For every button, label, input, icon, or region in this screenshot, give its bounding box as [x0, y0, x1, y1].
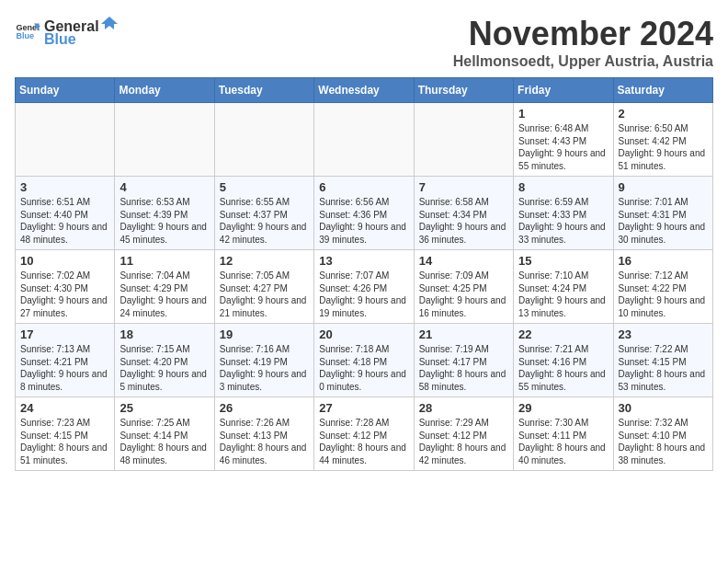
day-info: Sunrise: 6:50 AM Sunset: 4:42 PM Dayligh…: [619, 122, 708, 172]
calendar-cell: 13Sunrise: 7:07 AM Sunset: 4:26 PM Dayli…: [314, 250, 414, 324]
calendar-cell: 28Sunrise: 7:29 AM Sunset: 4:12 PM Dayli…: [414, 397, 513, 471]
day-number: 2: [619, 107, 708, 121]
day-number: 15: [518, 254, 608, 268]
day-info: Sunrise: 7:21 AM Sunset: 4:16 PM Dayligh…: [518, 343, 608, 393]
day-info: Sunrise: 6:56 AM Sunset: 4:36 PM Dayligh…: [319, 196, 408, 246]
calendar-cell: 6Sunrise: 6:56 AM Sunset: 4:36 PM Daylig…: [314, 177, 414, 250]
weekday-header-monday: Monday: [115, 78, 214, 103]
weekday-header-tuesday: Tuesday: [214, 78, 313, 103]
logo-bird-icon: [101, 15, 118, 31]
day-number: 13: [319, 254, 408, 268]
calendar-cell: 12Sunrise: 7:05 AM Sunset: 4:27 PM Dayli…: [214, 250, 313, 324]
calendar-cell: 11Sunrise: 7:04 AM Sunset: 4:29 PM Dayli…: [115, 250, 214, 324]
day-info: Sunrise: 7:16 AM Sunset: 4:19 PM Dayligh…: [220, 343, 309, 393]
day-info: Sunrise: 7:07 AM Sunset: 4:26 PM Dayligh…: [319, 270, 408, 319]
day-number: 8: [518, 180, 608, 194]
day-number: 16: [619, 254, 708, 268]
calendar-cell: 23Sunrise: 7:22 AM Sunset: 4:15 PM Dayli…: [613, 324, 712, 397]
calendar-cell: 14Sunrise: 7:09 AM Sunset: 4:25 PM Dayli…: [414, 250, 513, 324]
day-number: 25: [119, 401, 209, 415]
calendar-week-row: 10Sunrise: 7:02 AM Sunset: 4:30 PM Dayli…: [16, 250, 713, 324]
calendar-cell: 16Sunrise: 7:12 AM Sunset: 4:22 PM Dayli…: [613, 250, 712, 324]
day-info: Sunrise: 7:32 AM Sunset: 4:10 PM Dayligh…: [619, 417, 708, 466]
logo-icon: General Blue: [15, 18, 40, 44]
calendar-cell: [115, 103, 214, 177]
day-info: Sunrise: 7:01 AM Sunset: 4:31 PM Dayligh…: [619, 196, 708, 246]
calendar-week-row: 1Sunrise: 6:48 AM Sunset: 4:43 PM Daylig…: [16, 103, 713, 177]
calendar-cell: [214, 103, 313, 177]
day-info: Sunrise: 7:04 AM Sunset: 4:29 PM Dayligh…: [119, 270, 209, 319]
location-subtitle: Hellmonsoedt, Upper Austria, Austria: [453, 53, 713, 70]
calendar-cell: 7Sunrise: 6:58 AM Sunset: 4:34 PM Daylig…: [414, 177, 513, 250]
header: General Blue General Blue November 2024 …: [15, 15, 713, 70]
calendar-cell: 17Sunrise: 7:13 AM Sunset: 4:21 PM Dayli…: [16, 324, 115, 397]
day-info: Sunrise: 7:29 AM Sunset: 4:12 PM Dayligh…: [419, 417, 508, 466]
day-number: 9: [619, 180, 708, 194]
day-info: Sunrise: 7:26 AM Sunset: 4:13 PM Dayligh…: [220, 417, 309, 466]
day-info: Sunrise: 7:30 AM Sunset: 4:11 PM Dayligh…: [518, 417, 608, 466]
calendar-cell: [16, 103, 115, 177]
weekday-header-wednesday: Wednesday: [314, 78, 414, 103]
svg-text:Blue: Blue: [16, 31, 34, 40]
day-info: Sunrise: 7:28 AM Sunset: 4:12 PM Dayligh…: [319, 417, 408, 466]
calendar-cell: 21Sunrise: 7:19 AM Sunset: 4:17 PM Dayli…: [414, 324, 513, 397]
calendar-cell: 29Sunrise: 7:30 AM Sunset: 4:11 PM Dayli…: [514, 397, 613, 471]
weekday-header-saturday: Saturday: [613, 78, 712, 103]
day-number: 4: [119, 180, 209, 194]
day-number: 24: [20, 401, 109, 415]
day-number: 19: [220, 327, 309, 341]
calendar-cell: 22Sunrise: 7:21 AM Sunset: 4:16 PM Dayli…: [514, 324, 613, 397]
day-number: 18: [119, 327, 209, 341]
day-number: 27: [319, 401, 408, 415]
calendar-cell: 18Sunrise: 7:15 AM Sunset: 4:20 PM Dayli…: [115, 324, 214, 397]
day-number: 11: [119, 254, 209, 268]
calendar-cell: [414, 103, 513, 177]
day-number: 28: [419, 401, 508, 415]
calendar-week-row: 17Sunrise: 7:13 AM Sunset: 4:21 PM Dayli…: [16, 324, 713, 397]
day-number: 12: [220, 254, 309, 268]
day-info: Sunrise: 7:02 AM Sunset: 4:30 PM Dayligh…: [20, 270, 109, 319]
day-info: Sunrise: 6:51 AM Sunset: 4:40 PM Dayligh…: [20, 196, 109, 246]
day-number: 21: [419, 327, 508, 341]
day-info: Sunrise: 7:09 AM Sunset: 4:25 PM Dayligh…: [419, 270, 508, 319]
weekday-header-row: SundayMondayTuesdayWednesdayThursdayFrid…: [16, 78, 713, 103]
calendar-cell: 30Sunrise: 7:32 AM Sunset: 4:10 PM Dayli…: [613, 397, 712, 471]
calendar-cell: 15Sunrise: 7:10 AM Sunset: 4:24 PM Dayli…: [514, 250, 613, 324]
day-number: 10: [20, 254, 109, 268]
day-number: 3: [20, 180, 109, 194]
day-info: Sunrise: 6:59 AM Sunset: 4:33 PM Dayligh…: [518, 196, 608, 246]
day-number: 14: [419, 254, 508, 268]
day-info: Sunrise: 7:25 AM Sunset: 4:14 PM Dayligh…: [119, 417, 209, 466]
day-info: Sunrise: 7:23 AM Sunset: 4:15 PM Dayligh…: [20, 417, 109, 466]
calendar-cell: 2Sunrise: 6:50 AM Sunset: 4:42 PM Daylig…: [613, 103, 712, 177]
day-info: Sunrise: 7:15 AM Sunset: 4:20 PM Dayligh…: [119, 343, 209, 393]
calendar-week-row: 24Sunrise: 7:23 AM Sunset: 4:15 PM Dayli…: [16, 397, 713, 471]
calendar-cell: 19Sunrise: 7:16 AM Sunset: 4:19 PM Dayli…: [214, 324, 313, 397]
weekday-header-friday: Friday: [514, 78, 613, 103]
day-number: 1: [518, 107, 608, 121]
calendar-cell: 26Sunrise: 7:26 AM Sunset: 4:13 PM Dayli…: [214, 397, 313, 471]
month-title: November 2024: [453, 15, 713, 53]
day-number: 22: [518, 327, 608, 341]
day-info: Sunrise: 7:22 AM Sunset: 4:15 PM Dayligh…: [619, 343, 708, 393]
day-info: Sunrise: 7:18 AM Sunset: 4:18 PM Dayligh…: [319, 343, 408, 393]
day-info: Sunrise: 6:58 AM Sunset: 4:34 PM Dayligh…: [419, 196, 508, 246]
weekday-header-thursday: Thursday: [414, 78, 513, 103]
logo: General Blue General Blue: [15, 15, 118, 48]
calendar-cell: 24Sunrise: 7:23 AM Sunset: 4:15 PM Dayli…: [16, 397, 115, 471]
day-info: Sunrise: 7:10 AM Sunset: 4:24 PM Dayligh…: [518, 270, 608, 319]
day-number: 26: [220, 401, 309, 415]
calendar-cell: 10Sunrise: 7:02 AM Sunset: 4:30 PM Dayli…: [16, 250, 115, 324]
day-info: Sunrise: 7:12 AM Sunset: 4:22 PM Dayligh…: [619, 270, 708, 319]
day-number: 6: [319, 180, 408, 194]
calendar-cell: 25Sunrise: 7:25 AM Sunset: 4:14 PM Dayli…: [115, 397, 214, 471]
title-section: November 2024 Hellmonsoedt, Upper Austri…: [453, 15, 713, 70]
day-info: Sunrise: 7:19 AM Sunset: 4:17 PM Dayligh…: [419, 343, 508, 393]
calendar-cell: 1Sunrise: 6:48 AM Sunset: 4:43 PM Daylig…: [514, 103, 613, 177]
calendar-cell: 20Sunrise: 7:18 AM Sunset: 4:18 PM Dayli…: [314, 324, 414, 397]
day-info: Sunrise: 7:13 AM Sunset: 4:21 PM Dayligh…: [20, 343, 109, 393]
calendar-cell: 4Sunrise: 6:53 AM Sunset: 4:39 PM Daylig…: [115, 177, 214, 250]
day-info: Sunrise: 6:55 AM Sunset: 4:37 PM Dayligh…: [220, 196, 309, 246]
day-info: Sunrise: 6:48 AM Sunset: 4:43 PM Dayligh…: [518, 122, 608, 172]
calendar-cell: 9Sunrise: 7:01 AM Sunset: 4:31 PM Daylig…: [613, 177, 712, 250]
